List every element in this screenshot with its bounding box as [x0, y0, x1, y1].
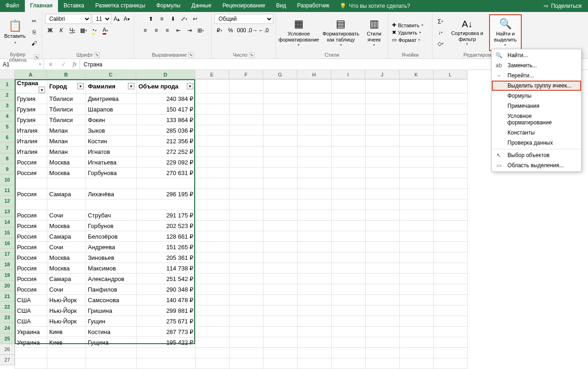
cell[interactable] [332, 242, 366, 252]
cell[interactable] [298, 316, 332, 327]
cell[interactable] [434, 221, 468, 231]
cell[interactable]: 291 175 ₽ [137, 210, 196, 221]
align-bottom-button[interactable]: ⬇ [168, 14, 178, 24]
cell[interactable] [230, 189, 264, 199]
cell[interactable] [196, 221, 230, 231]
cell[interactable] [434, 316, 468, 327]
cell[interactable]: Самара [47, 274, 86, 284]
row-header[interactable]: 14 [0, 217, 15, 228]
row-header[interactable]: 15 [0, 228, 15, 238]
tab-pagelayout[interactable]: Разметка страницы [90, 0, 151, 12]
cell[interactable] [298, 189, 332, 199]
cell[interactable] [196, 348, 230, 358]
cell[interactable] [196, 295, 230, 305]
cell[interactable]: Нью-Йорк [47, 305, 86, 316]
cell[interactable] [434, 199, 468, 210]
tab-developer[interactable]: Разработчик [292, 0, 335, 12]
cell[interactable] [434, 327, 468, 337]
cell[interactable] [15, 358, 47, 369]
cell[interactable] [298, 157, 332, 168]
cell[interactable] [196, 327, 230, 337]
cell[interactable]: США [15, 316, 47, 327]
cell[interactable]: 299 881 ₽ [137, 305, 196, 316]
cell[interactable] [137, 199, 196, 210]
tab-data[interactable]: Данные [186, 0, 217, 12]
cell[interactable] [298, 242, 332, 252]
row-header[interactable]: 16 [0, 238, 15, 249]
cell[interactable] [400, 189, 434, 199]
cell[interactable] [196, 231, 230, 242]
cell-styles-button[interactable]: ▥ Стили ячеек▾ [363, 14, 385, 51]
cell[interactable]: Шарапов [86, 104, 137, 115]
cell[interactable] [434, 284, 468, 295]
cell[interactable] [400, 284, 434, 295]
cell[interactable] [400, 136, 434, 146]
cell[interactable]: Россия [15, 284, 47, 295]
cell[interactable]: Игнатов [86, 146, 137, 157]
align-middle-button[interactable]: ≡ [157, 14, 167, 24]
cell[interactable] [264, 210, 298, 221]
cell[interactable]: Киев [47, 327, 86, 337]
cell[interactable]: 205 361 ₽ [137, 252, 196, 263]
enter-formula-button[interactable]: ✓ [57, 61, 70, 68]
cell[interactable]: Струбач [86, 210, 137, 221]
cell[interactable] [196, 94, 230, 104]
cell[interactable] [434, 305, 468, 316]
cell[interactable] [298, 199, 332, 210]
cell[interactable] [332, 178, 366, 189]
cell[interactable] [366, 274, 400, 284]
cancel-formula-button[interactable]: ✕ [44, 61, 57, 68]
menu-validation[interactable]: Проверка данных [492, 138, 581, 148]
cell[interactable] [434, 263, 468, 274]
column-header[interactable]: G [263, 70, 297, 79]
cell[interactable] [298, 168, 332, 178]
cell[interactable] [298, 337, 332, 348]
cell[interactable] [298, 221, 332, 231]
number-format-select[interactable]: Общий [214, 14, 273, 24]
cell[interactable] [332, 157, 366, 168]
cell[interactable] [196, 136, 230, 146]
cell[interactable]: Грузия [15, 104, 47, 115]
comma-format-button[interactable]: 000 [236, 25, 247, 35]
cell[interactable] [332, 274, 366, 284]
cell[interactable]: Страна▾ [15, 80, 47, 94]
cell[interactable]: Нью-Йорк [47, 295, 86, 305]
merge-button[interactable]: ⊞▾ [196, 25, 206, 35]
cell[interactable] [298, 274, 332, 284]
cell[interactable]: 150 417 ₽ [137, 104, 196, 115]
cell[interactable] [264, 94, 298, 104]
cell[interactable]: Россия [15, 189, 47, 199]
cell[interactable] [298, 178, 332, 189]
align-center-button[interactable]: ≡ [151, 25, 161, 35]
cell[interactable]: Андреева [86, 242, 137, 252]
cell[interactable] [434, 242, 468, 252]
cell[interactable] [434, 80, 468, 94]
cell[interactable]: Россия [15, 221, 47, 231]
cell[interactable] [230, 168, 264, 178]
cell[interactable]: Зиновьев [86, 252, 137, 263]
cell[interactable]: Москва [47, 221, 86, 231]
cell[interactable] [264, 168, 298, 178]
cell[interactable] [332, 146, 366, 157]
cell[interactable] [434, 178, 468, 189]
row-header[interactable]: 21 [0, 291, 15, 302]
row-header[interactable]: 24 [0, 323, 15, 334]
paste-button[interactable]: 📋 Вставить▾ [3, 14, 27, 51]
worksheet-grid[interactable]: Страна▾Город▾Фамилия▾Объем прода▾ГрузияТ… [15, 79, 468, 369]
column-header[interactable]: C [86, 70, 136, 79]
column-header[interactable]: H [297, 70, 331, 79]
cell[interactable]: Дмитриева [86, 94, 137, 104]
cell[interactable]: Милан [47, 146, 86, 157]
cell[interactable] [196, 157, 230, 168]
cell[interactable]: Милан [47, 125, 86, 136]
format-painter-button[interactable]: 🖌 [29, 38, 39, 48]
cell[interactable] [434, 337, 468, 348]
cell[interactable] [366, 284, 400, 295]
cell[interactable] [366, 221, 400, 231]
cell[interactable] [366, 316, 400, 327]
cell[interactable] [230, 115, 264, 125]
menu-constants[interactable]: Константы [492, 128, 581, 138]
filter-button[interactable]: ▾ [187, 83, 193, 89]
filter-button[interactable]: ▾ [39, 87, 45, 93]
cell[interactable] [434, 168, 468, 178]
